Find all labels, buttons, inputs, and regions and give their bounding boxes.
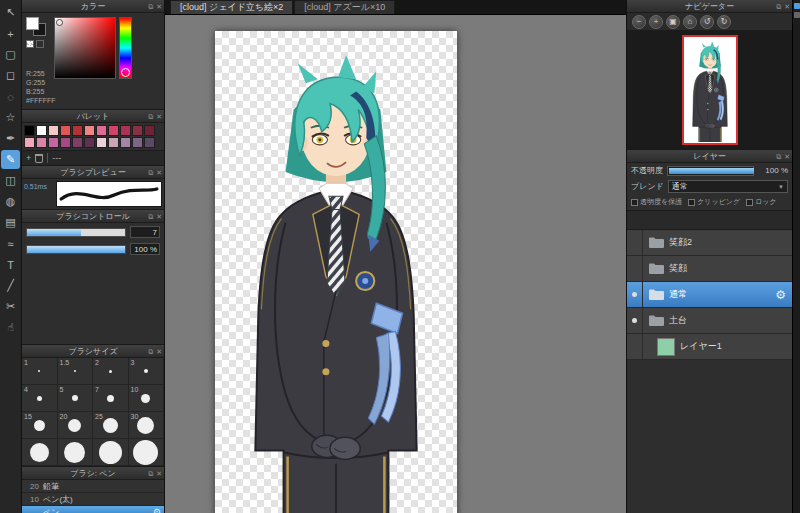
dock-pin-icon[interactable]: [794, 3, 800, 9]
layer-row[interactable]: レイヤー1: [627, 334, 792, 360]
eyedropper-tool-icon[interactable]: ✒: [1, 129, 20, 148]
brush-size-cell[interactable]: 2: [93, 358, 129, 385]
palette-swatch[interactable]: [96, 125, 107, 136]
gradient-tool-icon[interactable]: ▤: [1, 213, 20, 232]
brush-size-cell[interactable]: 20: [58, 412, 94, 439]
brush-size-cell[interactable]: 3: [129, 358, 165, 385]
dock-panel-icon[interactable]: [794, 12, 800, 18]
transparent-color-icon[interactable]: [26, 40, 34, 48]
hue-slider[interactable]: [119, 17, 132, 79]
visibility-toggle[interactable]: [627, 334, 643, 359]
text-tool-icon[interactable]: T: [1, 255, 20, 274]
hue-marker[interactable]: [121, 68, 130, 77]
document-tab[interactable]: [cloud] アズール×10: [294, 0, 395, 14]
visibility-toggle[interactable]: [627, 282, 643, 307]
layer-row-selected[interactable]: 通常 ⚙: [627, 282, 792, 308]
transform-tool-icon[interactable]: ▢: [1, 45, 20, 64]
hand-tool-icon[interactable]: ☝: [1, 318, 20, 337]
palette-swatch[interactable]: [108, 125, 119, 136]
palette-swatch[interactable]: [24, 137, 35, 148]
brush-settings-gear-icon[interactable]: ⚙: [153, 507, 161, 513]
palette-swatch[interactable]: [72, 137, 83, 148]
palette-swatch[interactable]: [132, 137, 143, 148]
palette-swatch[interactable]: [84, 137, 95, 148]
palette-swatch[interactable]: [48, 137, 59, 148]
palette-swatch[interactable]: [48, 125, 59, 136]
brush-size-cell[interactable]: 15: [22, 412, 58, 439]
palette-swatch[interactable]: [108, 137, 119, 148]
brush-size-value[interactable]: 7: [130, 226, 160, 238]
navigator-thumbnail[interactable]: [682, 35, 738, 145]
brush-size-cell[interactable]: 30: [129, 412, 165, 439]
rotate-left-icon[interactable]: ↺: [700, 15, 714, 29]
brush-size-cell[interactable]: 7: [93, 385, 129, 412]
close-icon[interactable]: ✕: [156, 213, 162, 221]
visibility-toggle[interactable]: [627, 308, 643, 333]
brush-list-item-selected[interactable]: ペン ⚙: [22, 506, 164, 513]
palette-swatch[interactable]: [144, 125, 155, 136]
popout-icon[interactable]: ⧉: [148, 3, 153, 11]
palette-swatch[interactable]: [24, 125, 35, 136]
saturation-value-picker[interactable]: [54, 17, 116, 79]
protect-alpha-checkbox[interactable]: 透明度を保護: [631, 197, 682, 207]
popout-icon[interactable]: ⧉: [776, 3, 781, 11]
layer-opacity-slider[interactable]: [667, 166, 754, 176]
close-icon[interactable]: ✕: [784, 3, 790, 11]
magic-wand-tool-icon[interactable]: ☆: [1, 108, 20, 127]
brush-tool-icon[interactable]: ✎: [1, 150, 20, 169]
brush-list-item[interactable]: 20 鉛筆: [22, 480, 164, 493]
select-cursor-tool-icon[interactable]: ↖: [1, 3, 20, 22]
brush-opacity-slider[interactable]: [26, 245, 126, 254]
brush-size-cell[interactable]: 25: [93, 412, 129, 439]
popout-icon[interactable]: ⧉: [148, 169, 153, 177]
lock-checkbox[interactable]: ロック: [746, 197, 777, 207]
close-icon[interactable]: ✕: [156, 348, 162, 356]
palette-swatch[interactable]: [132, 125, 143, 136]
brush-size-cell[interactable]: [93, 439, 129, 466]
bucket-fill-tool-icon[interactable]: ◍: [1, 192, 20, 211]
delete-palette-color-icon[interactable]: [35, 154, 43, 163]
visibility-toggle[interactable]: [627, 256, 643, 281]
scissors-tool-icon[interactable]: ✂: [1, 297, 20, 316]
add-palette-color-icon[interactable]: +: [26, 153, 31, 163]
popout-icon[interactable]: ⧉: [148, 348, 153, 356]
close-icon[interactable]: ✕: [784, 153, 790, 161]
brush-size-cell[interactable]: [58, 439, 94, 466]
clipping-checkbox[interactable]: クリッピング: [688, 197, 740, 207]
brush-size-cell[interactable]: 4: [22, 385, 58, 412]
popout-icon[interactable]: ⧉: [776, 153, 781, 161]
color-picker-marker[interactable]: [56, 19, 63, 26]
brush-size-cell[interactable]: [129, 439, 165, 466]
palette-swatch[interactable]: [60, 137, 71, 148]
brush-size-cell[interactable]: 1: [22, 358, 58, 385]
rotate-right-icon[interactable]: ↻: [717, 15, 731, 29]
layer-row[interactable]: 笑顔2: [627, 230, 792, 256]
palette-swatch[interactable]: [72, 125, 83, 136]
layer-row[interactable]: 土台: [627, 308, 792, 334]
foreground-color-swatch[interactable]: [26, 17, 39, 30]
layer-row[interactable]: 笑顔: [627, 256, 792, 282]
line-tool-icon[interactable]: ╱: [1, 276, 20, 295]
move-tool-icon[interactable]: +: [1, 24, 20, 43]
close-icon[interactable]: ✕: [156, 3, 162, 11]
document-tab[interactable]: [cloud] ジェイド立ち絵×2: [170, 0, 293, 14]
palette-swatch[interactable]: [36, 125, 47, 136]
close-icon[interactable]: ✕: [156, 169, 162, 177]
marquee-select-tool-icon[interactable]: ◻: [1, 66, 20, 85]
lasso-select-tool-icon[interactable]: ◌: [1, 87, 20, 106]
blend-mode-dropdown[interactable]: 通常 ▼: [668, 180, 788, 193]
eraser-tool-icon[interactable]: ◫: [1, 171, 20, 190]
popout-icon[interactable]: ⧉: [148, 113, 153, 121]
palette-swatch[interactable]: [60, 125, 71, 136]
zoom-out-icon[interactable]: −: [632, 15, 646, 29]
swap-colors-icon[interactable]: [36, 40, 44, 48]
palette-swatch[interactable]: [144, 137, 155, 148]
canvas[interactable]: [215, 31, 457, 513]
brush-size-cell[interactable]: 5: [58, 385, 94, 412]
brush-size-cell[interactable]: [22, 439, 58, 466]
popout-icon[interactable]: ⧉: [148, 213, 153, 221]
brush-size-cell[interactable]: 10: [129, 385, 165, 412]
brush-size-cell[interactable]: 1.5: [58, 358, 94, 385]
brush-opacity-value[interactable]: 100 %: [130, 243, 160, 255]
layer-settings-gear-icon[interactable]: ⚙: [775, 288, 786, 302]
